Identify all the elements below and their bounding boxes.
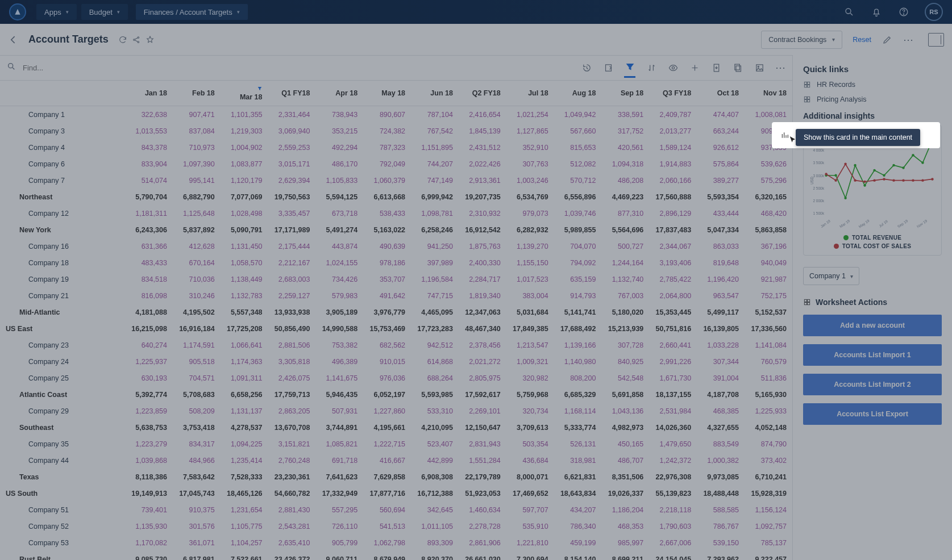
cell[interactable]: 1,008,081 xyxy=(745,106,792,123)
cell[interactable]: 1,049,942 xyxy=(554,106,602,123)
cell[interactable]: 412,628 xyxy=(173,238,221,254)
cell[interactable]: 794,092 xyxy=(554,254,602,271)
cell[interactable]: 1,223,859 xyxy=(125,403,173,419)
cell[interactable]: 17,688,492 xyxy=(554,320,602,337)
cell[interactable]: 7,522,661 xyxy=(221,551,268,560)
table-row[interactable]: Company 531,170,082361,0711,104,2572,635… xyxy=(0,534,792,551)
table-row[interactable]: Company 291,223,859508,2091,131,1372,863… xyxy=(0,403,792,419)
column-header[interactable]: Jun 18 xyxy=(411,81,459,106)
cell[interactable]: 1,138,449 xyxy=(221,271,268,287)
cell[interactable]: 3,905,189 xyxy=(315,304,363,320)
reset-link[interactable]: Reset xyxy=(853,36,871,44)
cell[interactable]: 883,549 xyxy=(697,436,745,452)
cell[interactable]: 2,667,006 xyxy=(649,534,697,551)
cell[interactable]: 815,653 xyxy=(554,139,602,156)
app-logo[interactable] xyxy=(9,3,26,20)
cell[interactable]: 9,085,730 xyxy=(125,551,173,560)
cell[interactable]: 500,727 xyxy=(601,238,649,254)
cell[interactable]: 342,645 xyxy=(411,502,459,518)
cell[interactable]: 3,976,779 xyxy=(363,304,411,320)
cell[interactable]: 1,845,139 xyxy=(459,123,506,139)
cell[interactable]: 50,856,490 xyxy=(268,320,316,337)
cell[interactable]: 910,375 xyxy=(173,502,221,518)
cell[interactable]: 14,026,360 xyxy=(649,419,697,436)
table-row[interactable]: Company 18483,433670,1641,058,5702,212,1… xyxy=(0,254,792,271)
cell[interactable]: 1,120,179 xyxy=(221,172,268,189)
cell[interactable]: 1,021,254 xyxy=(506,106,554,123)
cell[interactable]: 50,751,816 xyxy=(649,320,697,337)
cell[interactable]: 1,914,883 xyxy=(649,156,697,172)
column-header[interactable]: Jul 18 xyxy=(506,81,554,106)
cell[interactable]: 1,105,833 xyxy=(315,172,363,189)
cell[interactable]: 3,069,940 xyxy=(268,123,316,139)
cell[interactable]: 792,049 xyxy=(363,156,411,172)
cell[interactable]: 834,518 xyxy=(125,271,173,287)
cell[interactable]: 15,353,445 xyxy=(649,304,697,320)
column-header[interactable]: Mar 18 xyxy=(221,81,268,106)
cell[interactable]: 631,366 xyxy=(125,238,173,254)
cell[interactable]: 808,200 xyxy=(554,370,602,386)
cell[interactable]: 5,499,117 xyxy=(697,304,745,320)
cell[interactable]: 1,043,136 xyxy=(601,403,649,419)
context-select[interactable]: Contract Bookings ▾ xyxy=(761,31,842,49)
cell[interactable]: 787,104 xyxy=(411,106,459,123)
cell[interactable]: 910,015 xyxy=(363,353,411,370)
cell[interactable]: 734,426 xyxy=(315,271,363,287)
cell[interactable]: 539,626 xyxy=(745,156,792,172)
cell[interactable]: 2,760,248 xyxy=(268,452,316,469)
cell[interactable]: 443,874 xyxy=(315,238,363,254)
table-row[interactable]: Company 1322,638907,4711,101,3552,331,46… xyxy=(0,106,792,123)
cell[interactable]: 23,230,361 xyxy=(268,469,316,485)
cell[interactable]: 2,022,426 xyxy=(459,156,506,172)
cell[interactable]: 3,709,613 xyxy=(506,419,554,436)
cell[interactable]: 17,592,617 xyxy=(459,386,506,403)
cell[interactable]: 1,139,270 xyxy=(506,238,554,254)
cell[interactable]: 9,973,085 xyxy=(697,469,745,485)
cell[interactable]: 1,011,105 xyxy=(411,518,459,534)
cell[interactable]: 785,137 xyxy=(745,534,792,551)
cell[interactable]: 301,576 xyxy=(173,518,221,534)
cell[interactable]: 2,344,067 xyxy=(649,238,697,254)
cell[interactable]: 5,090,791 xyxy=(221,222,268,238)
cell[interactable]: 307,344 xyxy=(697,353,745,370)
cell[interactable]: 2,431,512 xyxy=(459,139,506,156)
cell[interactable]: 1,222,715 xyxy=(363,436,411,452)
cell[interactable]: 2,064,800 xyxy=(649,287,697,304)
cell[interactable]: 1,125,648 xyxy=(173,205,221,222)
cell[interactable]: 16,712,388 xyxy=(411,485,459,502)
cell[interactable]: 7,528,333 xyxy=(221,469,268,485)
cell[interactable]: 8,699,211 xyxy=(601,551,649,560)
cell[interactable]: 1,221,810 xyxy=(506,534,554,551)
cell[interactable]: 2,284,717 xyxy=(459,271,506,287)
bell-icon[interactable] xyxy=(870,6,883,18)
cell[interactable]: 17,469,652 xyxy=(506,485,554,502)
cell[interactable]: 1,186,204 xyxy=(601,502,649,518)
quick-link-item[interactable]: HR Records xyxy=(803,81,942,89)
cell[interactable]: 1,094,318 xyxy=(601,156,649,172)
data-grid[interactable]: Jan 18Feb 18Mar 18Q1 FY18Apr 18May 18Jun… xyxy=(0,81,792,560)
panel-toggle-icon[interactable] xyxy=(928,33,944,47)
cell[interactable]: 442,899 xyxy=(411,452,459,469)
cell[interactable]: 682,562 xyxy=(363,337,411,353)
cell[interactable]: 786,767 xyxy=(697,518,745,534)
cell[interactable]: 353,707 xyxy=(363,271,411,287)
cell[interactable]: 7,300,694 xyxy=(506,551,554,560)
cell[interactable]: 8,920,370 xyxy=(411,551,459,560)
cell[interactable]: 673,718 xyxy=(315,205,363,222)
cell[interactable]: 726,110 xyxy=(315,518,363,534)
cell[interactable]: 724,382 xyxy=(363,123,411,139)
cell[interactable]: 663,244 xyxy=(697,123,745,139)
cell[interactable]: 1,000,382 xyxy=(697,452,745,469)
cell[interactable]: 1,174,591 xyxy=(173,337,221,353)
cell[interactable]: 5,152,537 xyxy=(745,304,792,320)
cell[interactable]: 6,534,769 xyxy=(506,189,554,205)
cell[interactable]: 767,003 xyxy=(601,287,649,304)
cell[interactable]: 630,193 xyxy=(125,370,173,386)
column-header[interactable]: Sep 18 xyxy=(601,81,649,106)
cell[interactable]: 926,612 xyxy=(697,139,745,156)
cell[interactable]: 508,209 xyxy=(173,403,221,419)
export-icon[interactable] xyxy=(602,62,614,73)
cell[interactable]: 433,444 xyxy=(697,205,745,222)
cell[interactable]: 310,246 xyxy=(173,287,221,304)
doc-arrow-icon[interactable] xyxy=(710,62,722,73)
